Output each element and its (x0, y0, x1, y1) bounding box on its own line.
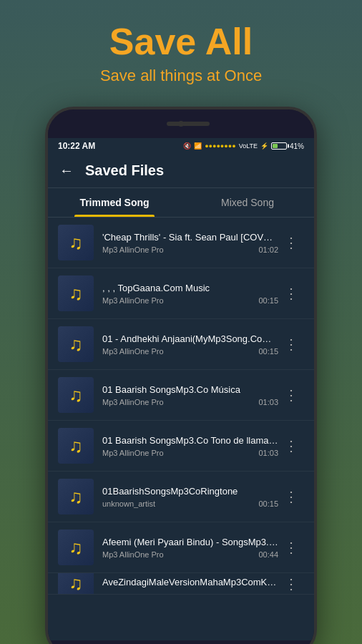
more-options-button[interactable]: ⋮ (278, 283, 304, 303)
song-source: Mp3 AllinOne Pro (102, 398, 164, 406)
song-duration: 00:15 (258, 296, 278, 305)
song-thumbnail: ♫ (58, 428, 94, 464)
music-note-icon: ♫ (69, 435, 83, 457)
music-note-icon: ♫ (69, 333, 83, 356)
song-thumbnail: ♫ (58, 275, 94, 311)
mute-icon: 🔇 (183, 142, 191, 150)
more-options-button[interactable]: ⋮ (278, 487, 304, 507)
more-options-button[interactable]: ⋮ (278, 537, 304, 557)
battery-bar (271, 142, 287, 150)
song-name: AveZindagiMaleVersionMahaMp3ComKlingeltO… (102, 577, 278, 587)
bolt-icon: ⚡ (260, 142, 268, 150)
more-options-button[interactable]: ⋮ (278, 436, 304, 456)
phone-top-bar (48, 109, 314, 138)
music-note-icon: ♫ (69, 573, 83, 595)
status-right: 🔇 📶 ●●●●●●●● VoLTE ⚡ 41% (183, 142, 304, 150)
song-name: 01 - Andhekhi Anjaani(MyMp3Song.Com) Rin… (102, 333, 278, 344)
song-info: 01BaarishSongsMp3CoRingtone unknown_arti… (102, 486, 278, 508)
song-info: 01 Baarish SongsMp3.Co Tono de llamada M… (102, 435, 278, 457)
top-text-area: Save All Save all things at Once (0, 0, 362, 99)
song-item[interactable]: ♫ Afeemi (Meri Pyaari Bindu) - SongsMp3.… (48, 522, 314, 573)
song-item[interactable]: ♫ 01BaarishSongsMp3CoRingtone unknown_ar… (48, 472, 314, 522)
more-options-button[interactable]: ⋮ (278, 334, 304, 354)
signal-icon: ●●●●●●●● (205, 142, 236, 150)
phone-speaker (167, 122, 210, 126)
song-meta: Mp3 AllinOne Pro 01:03 (102, 449, 278, 457)
song-thumbnail: ♫ (58, 377, 94, 413)
song-meta: unknown_artist 00:15 (102, 499, 278, 508)
status-time: 10:22 AM (58, 141, 95, 151)
song-info: AveZindagiMaleVersionMahaMp3ComKlingeltO… (102, 577, 278, 590)
tabs-container: Trimmed Song Mixed Song (48, 188, 314, 218)
song-duration: 00:15 (258, 499, 278, 508)
app-header-title: Saved Files (85, 162, 164, 179)
song-item[interactable]: ♫ 01 Baarish SongsMp3.Co Música Mp3 Alli… (48, 370, 314, 421)
tab-mixed-song[interactable]: Mixed Song (181, 188, 314, 217)
song-meta: Mp3 AllinOne Pro 00:44 (102, 550, 278, 559)
song-item[interactable]: ♫ AveZindagiMaleVersionMahaMp3ComKlingel… (48, 573, 314, 595)
page-main-title: Save All (14, 21, 348, 62)
bottom-notch (48, 640, 314, 644)
songs-list: ♫ 'Cheap Thrills' - Sia ft. Sean Paul [C… (48, 218, 314, 595)
song-source: Mp3 AllinOne Pro (102, 347, 164, 356)
song-duration: 00:44 (258, 550, 278, 559)
song-info: 01 Baarish SongsMp3.Co Música Mp3 AllinO… (102, 384, 278, 406)
battery-fill (273, 144, 278, 148)
song-source: Mp3 AllinOne Pro (102, 449, 164, 457)
more-options-button[interactable]: ⋮ (278, 233, 304, 253)
music-note-icon: ♫ (69, 384, 83, 406)
song-info: , , , TopGaana.Com Music Mp3 AllinOne Pr… (102, 283, 278, 305)
song-name: 01 Baarish SongsMp3.Co Tono de llamada (102, 435, 278, 446)
more-options-button[interactable]: ⋮ (278, 385, 304, 405)
song-thumbnail: ♫ (58, 225, 94, 260)
song-name: 01BaarishSongsMp3CoRingtone (102, 486, 278, 497)
song-info: 'Cheap Thrills' - Sia ft. Sean Paul [COV… (102, 232, 278, 254)
song-meta: Mp3 AllinOne Pro 01:02 (102, 245, 278, 254)
song-source: Mp3 AllinOne Pro (102, 245, 164, 254)
song-name: Afeemi (Meri Pyaari Bindu) - SongsMp3.Co… (102, 537, 278, 547)
wifi-icon: 📶 (194, 142, 202, 150)
screen-content: ← Saved Files Trimmed Song Mixed Song ♫ … (48, 154, 314, 640)
song-thumbnail: ♫ (58, 479, 94, 514)
song-thumbnail: ♫ (58, 573, 94, 595)
song-source: Mp3 AllinOne Pro (102, 296, 164, 305)
back-button[interactable]: ← (59, 162, 74, 179)
network-label: VoLTE (239, 142, 258, 150)
song-duration: 01:03 (258, 398, 278, 406)
song-info: Afeemi (Meri Pyaari Bindu) - SongsMp3.Co… (102, 537, 278, 559)
app-header: ← Saved Files (48, 154, 314, 188)
status-bar: 10:22 AM 🔇 📶 ●●●●●●●● VoLTE ⚡ 41% (48, 138, 314, 154)
song-name: 'Cheap Thrills' - Sia ft. Sean Paul [COV… (102, 232, 278, 243)
song-source: unknown_artist (102, 499, 155, 508)
music-note-icon: ♫ (69, 537, 83, 559)
battery-percent: 41% (290, 142, 304, 150)
song-meta: Mp3 AllinOne Pro 00:15 (102, 347, 278, 356)
song-item[interactable]: ♫ 'Cheap Thrills' - Sia ft. Sean Paul [C… (48, 218, 314, 268)
song-name: , , , TopGaana.Com Music (102, 283, 278, 293)
tab-trimmed-song[interactable]: Trimmed Song (48, 188, 181, 217)
song-info: 01 - Andhekhi Anjaani(MyMp3Song.Com) Rin… (102, 333, 278, 356)
song-meta: Mp3 AllinOne Pro 00:15 (102, 296, 278, 305)
song-duration: 01:02 (258, 245, 278, 254)
song-duration: 01:03 (258, 449, 278, 457)
song-thumbnail: ♫ (58, 530, 94, 565)
song-item[interactable]: ♫ , , , TopGaana.Com Music Mp3 AllinOne … (48, 268, 314, 319)
song-duration: 00:15 (258, 347, 278, 356)
music-note-icon: ♫ (69, 232, 83, 254)
music-note-icon: ♫ (69, 486, 83, 508)
page-main-subtitle: Save all things at Once (14, 67, 348, 85)
song-item[interactable]: ♫ 01 Baarish SongsMp3.Co Tono de llamada… (48, 421, 314, 472)
more-options-button[interactable]: ⋮ (278, 574, 304, 594)
song-name: 01 Baarish SongsMp3.Co Música (102, 384, 278, 395)
song-source: Mp3 AllinOne Pro (102, 550, 164, 559)
song-item[interactable]: ♫ 01 - Andhekhi Anjaani(MyMp3Song.Com) R… (48, 319, 314, 370)
phone-camera (178, 121, 184, 127)
music-note-icon: ♫ (69, 283, 83, 305)
song-thumbnail: ♫ (58, 326, 94, 362)
song-meta: Mp3 AllinOne Pro 01:03 (102, 398, 278, 406)
phone-mockup: 10:22 AM 🔇 📶 ●●●●●●●● VoLTE ⚡ 41% ← Save… (45, 107, 317, 644)
